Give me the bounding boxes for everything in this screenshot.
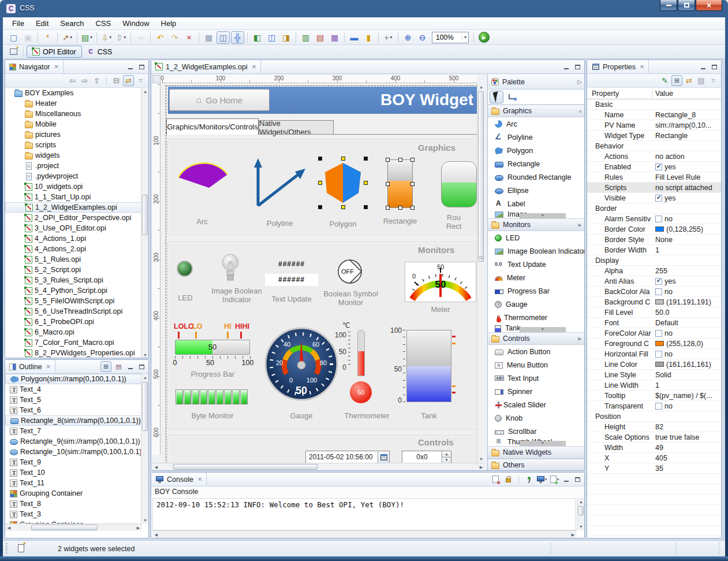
property-row[interactable]: Position: [587, 411, 721, 422]
minimize-icon[interactable]: [126, 362, 135, 371]
palette-item[interactable]: Polyline ▼: [488, 131, 585, 144]
palette-section-graphics[interactable]: Graphics «: [488, 105, 585, 117]
color-swatch[interactable]: [655, 341, 664, 346]
property-row[interactable]: Actions no action: [587, 151, 721, 162]
palette-item[interactable]: Label ▼: [488, 197, 585, 210]
scroll-right-icon[interactable]: ▶: [135, 524, 142, 531]
palette-item[interactable]: Rounded Rectangle ▼: [488, 170, 585, 184]
scroll-hint[interactable]: ▼: [520, 441, 566, 446]
up-icon[interactable]: ⇧: [91, 75, 102, 86]
editor-hscrollbar[interactable]: ◀ ▶: [152, 463, 485, 470]
open-console-icon[interactable]: ▾: [549, 474, 560, 485]
zoom-in-icon[interactable]: ⊕ ▾: [401, 31, 415, 44]
thermometer-widget[interactable]: [357, 330, 365, 376]
property-row[interactable]: Background C (191,191,191): [587, 297, 721, 307]
selection-handle[interactable]: [341, 205, 345, 209]
color-swatch[interactable]: [655, 299, 664, 304]
menu-item[interactable]: Help: [155, 18, 182, 29]
dropdown-arrow-icon[interactable]: ▾: [390, 35, 393, 40]
tab-editor[interactable]: 1_2_WidgetExamples.opi ✕: [151, 60, 261, 73]
navigator-item[interactable]: 2_OPI_Editor_Perspective.opi: [5, 213, 148, 223]
pin-console-icon[interactable]: [524, 474, 535, 485]
selection-handle[interactable]: [386, 206, 390, 210]
show-tree-icon[interactable]: ⊞: [100, 361, 111, 372]
dropdown-arrow-icon[interactable]: ▾: [124, 35, 126, 40]
property-row[interactable]: Enabled yes: [587, 162, 721, 172]
minimize-icon[interactable]: [699, 62, 708, 71]
align-right-icon[interactable]: ◨ ▾: [279, 31, 293, 44]
checkbox[interactable]: [655, 403, 662, 410]
center-icon[interactable]: + ▾: [382, 31, 395, 44]
checkbox[interactable]: [655, 195, 662, 202]
navigator-item[interactable]: 1_1_Start_Up.opi: [5, 192, 148, 202]
navigator-item[interactable]: 6_1_ProbeOPI.opi: [5, 317, 148, 327]
collapse-all-icon[interactable]: ⊟: [111, 75, 122, 86]
palette-item[interactable]: Rectangle ▼: [488, 157, 585, 170]
canvas-tab-native-widgets-others[interactable]: Native Widgets/Others: [259, 120, 334, 135]
color-swatch[interactable]: [655, 362, 664, 367]
image-boolean-indicator-widget[interactable]: [222, 253, 239, 287]
property-row[interactable]: Line Style Solid: [587, 370, 721, 380]
property-row[interactable]: Border: [587, 203, 721, 214]
pin-properties-icon[interactable]: ✎: [659, 75, 670, 86]
datetime-input[interactable]: 2011-05-02 10:56:00: [305, 451, 390, 463]
property-row[interactable]: Transparent no: [587, 401, 721, 411]
scroll-left-icon[interactable]: ◀: [152, 463, 160, 471]
scroll-hint[interactable]: ▼: [520, 213, 566, 218]
property-row[interactable]: Alpha 255: [587, 266, 721, 276]
outline-item[interactable]: Text_11: [5, 478, 148, 488]
run-opi-icon[interactable]: ▤ ▾: [80, 31, 94, 44]
maximize-icon[interactable]: [137, 62, 146, 71]
property-row[interactable]: Y 35: [587, 463, 721, 474]
opi-canvas[interactable]: ⌂ Go Home BOY Widget Graphics/Monitors/C…: [160, 83, 477, 463]
navigator-item[interactable]: 6_Macro.opi: [5, 327, 148, 337]
palette-item[interactable]: Knob ▼: [488, 411, 585, 425]
palette-item[interactable]: Thumb Wheel ▼: [488, 438, 585, 446]
minimize-button[interactable]: [660, 0, 677, 11]
tab-properties[interactable]: Properties ✕: [587, 60, 649, 73]
text-update-widget[interactable]: ######: [265, 274, 318, 286]
outline-item[interactable]: Rectangle_9(sim://ramp(0,100,1,0.1)): [5, 436, 148, 447]
minimize-icon[interactable]: [562, 475, 571, 484]
close-icon[interactable]: ✕: [197, 476, 202, 482]
outline-item[interactable]: Text_4: [5, 384, 148, 395]
navigator-item[interactable]: 7_Color_Font_Macro.opi: [5, 337, 148, 348]
color-swatch[interactable]: [655, 226, 664, 232]
show-thumbnail-icon[interactable]: ▤: [113, 361, 124, 372]
navigator-item[interactable]: 4_Actions_1.opi: [5, 233, 148, 244]
clear-console-icon[interactable]: [490, 474, 501, 485]
property-row[interactable]: Name Rectangle_8: [587, 110, 721, 120]
rounded-rectangle-widget[interactable]: [441, 161, 477, 207]
export-icon[interactable]: ⇧ ▾: [114, 31, 128, 44]
checkbox[interactable]: [655, 351, 662, 358]
console-output[interactable]: 2012-09-10 15:52:13 INFO: Welcome to Bes…: [152, 498, 576, 530]
property-row[interactable]: Anti Alias yes: [587, 276, 721, 287]
property-row[interactable]: Alarm Sensitiv no: [587, 214, 721, 224]
close-icon[interactable]: ✕: [46, 363, 51, 370]
palette-section-native-widgets[interactable]: Native Widgets: [488, 446, 585, 459]
show-advanced-icon[interactable]: ⇄: [684, 75, 695, 86]
palette-item[interactable]: Spinner ▼: [488, 385, 585, 398]
palette-item[interactable]: Arc ▼: [488, 117, 585, 131]
outline-item[interactable]: Text_7: [5, 426, 148, 436]
outline-item[interactable]: Rectangle_8(sim://ramp(0,100,1,0.1)): [5, 415, 148, 426]
maximize-icon[interactable]: [137, 362, 146, 371]
navigator-vscrollbar[interactable]: ▲ ▼: [141, 88, 148, 358]
property-row[interactable]: Basic: [587, 99, 721, 110]
delete-icon[interactable]: × ▾: [182, 31, 196, 44]
menu-item[interactable]: Edit: [30, 18, 54, 29]
menu-item[interactable]: Window: [117, 18, 155, 29]
scroll-down-icon[interactable]: ▼: [577, 523, 585, 530]
close-button[interactable]: ×: [696, 0, 722, 11]
selection-handle[interactable]: [410, 206, 415, 210]
back-icon[interactable]: ⇦ ▾: [134, 31, 147, 44]
checkbox[interactable]: [655, 278, 662, 285]
restore-default-icon[interactable]: ▤: [696, 75, 707, 86]
selection-handle[interactable]: [410, 158, 415, 162]
property-row[interactable]: Border Width 1: [587, 245, 721, 255]
navigator-item[interactable]: widgets: [5, 150, 148, 161]
byte-monitor-widget[interactable]: [176, 389, 248, 404]
close-icon[interactable]: ✕: [252, 64, 256, 70]
boolean-symbol-monitor-widget[interactable]: OFF: [338, 258, 363, 285]
palette-section-others[interactable]: Others: [488, 459, 585, 471]
